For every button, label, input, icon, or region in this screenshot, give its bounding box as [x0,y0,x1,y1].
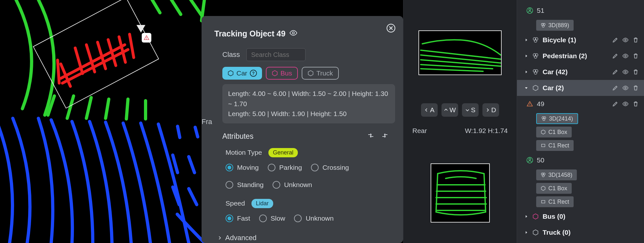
tree-class-pedestrian[interactable]: Pedestrian (2) [517,48,644,64]
motion-radio-group: MovingParkingCrossingStandingUnknown [226,164,395,189]
speed-label: Speed [226,200,245,207]
asset-c1-rect-49[interactable]: C1 Rect [536,140,574,151]
rear-view-thumb[interactable] [431,163,490,223]
svg-point-14 [534,56,537,58]
rear-pointcloud-icon [431,164,490,223]
trash-icon[interactable] [632,101,639,107]
eye-icon[interactable] [622,69,629,75]
panel-title: Tracking Object 49 [214,29,285,38]
motion-radios-parking[interactable]: Parking [268,164,302,171]
radio-dot-icon [226,164,233,171]
class-label: Class [222,51,240,59]
nav-key-left[interactable]: A [421,103,438,117]
radio-dot-icon [294,215,302,222]
svg-point-7 [542,25,545,27]
radio-dot-icon [268,164,275,171]
svg-point-11 [625,39,626,41]
svg-point-30 [542,175,545,177]
edit-icon[interactable] [612,69,618,75]
svg-rect-31 [542,200,545,203]
tree-class-bicycle[interactable]: Bicycle (1) [517,32,644,48]
speed-radio-group: FastSlowUnknown [226,215,395,222]
trash-icon[interactable] [632,69,639,75]
motion-radios-unknown[interactable]: Unknown [273,181,312,189]
asset-3d-889[interactable]: 3D(889) [536,20,574,31]
svg-point-0 [147,39,147,39]
dimension-tooltip: Length: 4.00 ~ 6.00 | Width: 1.50 ~ 2.00… [222,84,395,123]
eye-icon[interactable] [622,85,629,91]
advanced-toggle[interactable]: Advanced [218,234,390,242]
trash-icon[interactable] [632,37,639,43]
nav-key-right[interactable]: D [482,103,499,117]
attr-copy-out-icon[interactable] [381,132,389,141]
motion-radios-standing[interactable]: Standing [226,181,264,189]
tree-class-car-2[interactable]: Car (2) [517,80,644,96]
svg-point-15 [625,55,626,57]
edit-icon[interactable] [612,85,618,91]
tree-class-bus[interactable]: Bus (0) [517,208,644,224]
nav-key-row: A W S D [403,103,517,117]
speed-radios-unknown[interactable]: Unknown [294,215,334,222]
motion-radios-moving[interactable]: Moving [226,164,259,171]
object-tree-sidebar: 51 3D(889) Bicycle (1) Pedestrian (2) Ca… [517,0,644,243]
motion-badge: General [268,148,298,157]
asset-c1-rect-50[interactable]: C1 Rect [536,196,574,207]
edit-icon[interactable] [612,53,618,59]
object-inspector-panel: Tracking Object 49 Class Car ? Bus Truck… [202,16,403,243]
eye-icon[interactable] [622,37,629,43]
tree-instance-49[interactable]: 49 [517,96,644,112]
asset-3d-2414[interactable]: 3D(2414) [536,113,578,124]
search-class-input[interactable] [246,48,306,61]
motion-radios-crossing[interactable]: Crossing [311,164,349,171]
rear-label: Rear [412,127,427,135]
class-chip-truck[interactable]: Truck [302,67,339,80]
svg-point-26 [529,158,531,160]
svg-rect-25 [542,144,545,147]
class-chip-bus[interactable]: Bus [266,67,298,80]
eye-icon[interactable] [622,101,629,107]
svg-point-21 [625,103,626,105]
tree-instance-51[interactable]: 51 [517,3,644,19]
speed-radios-slow[interactable]: Slow [259,215,285,222]
trash-icon[interactable] [632,85,639,91]
edit-icon[interactable] [612,37,618,43]
svg-point-3 [529,9,531,11]
tree-class-car-42[interactable]: Car (42) [517,64,644,80]
radio-dot-icon [226,181,233,189]
radio-dot-icon [273,181,280,189]
attributes-label: Attributes [222,132,253,141]
svg-point-24 [543,118,545,121]
nav-key-down[interactable]: S [462,103,479,117]
edit-icon[interactable] [612,101,618,107]
speed-badge: Lidar [251,199,273,208]
tree-class-truck[interactable]: Truck (0) [517,224,644,240]
speed-radios-fast[interactable]: Fast [226,215,250,222]
close-button[interactable] [386,23,396,33]
frame-label-cut: Fra [202,118,212,126]
asset-c1-box-49[interactable]: C1 Box [536,127,572,137]
visibility-icon[interactable] [289,29,298,39]
svg-point-19 [625,71,626,73]
radio-dot-icon [226,215,233,222]
asset-3d-1458[interactable]: 3D(1458) [536,169,577,180]
eye-icon[interactable] [622,53,629,59]
tree-instance-50[interactable]: 50 [517,152,644,168]
side-view-thumb[interactable] [418,30,502,75]
svg-point-18 [534,72,537,74]
aux-views-column: A W S D Rear W:1.92 H:1.74 [403,0,517,243]
asset-c1-box-50[interactable]: C1 Box [536,183,572,194]
radio-dot-icon [311,164,319,171]
svg-point-10 [534,40,537,42]
attr-copy-in-icon[interactable] [367,132,375,141]
class-chip-car[interactable]: Car ? [222,67,262,80]
nav-key-up[interactable]: W [441,103,458,117]
radio-dot-icon [259,215,267,222]
trash-icon[interactable] [632,53,639,59]
svg-point-20 [625,87,626,89]
help-icon[interactable]: ? [250,70,257,77]
svg-point-2 [292,32,295,34]
side-pointcloud-icon [419,31,502,75]
motion-type-label: Motion Type [226,149,262,156]
rear-dims: W:1.92 H:1.74 [465,127,508,135]
warning-badge-icon [142,33,151,43]
